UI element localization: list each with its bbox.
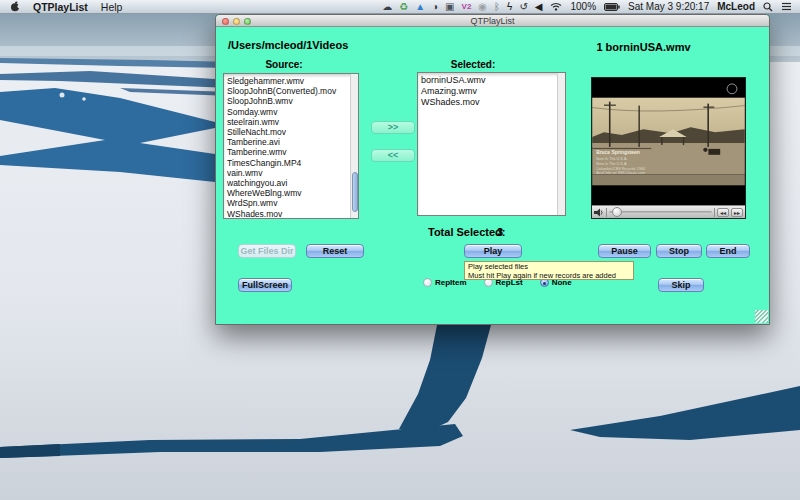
v2-icon[interactable]: V2 (462, 1, 472, 13)
source-list-item[interactable]: TimesChangin.MP4 (227, 158, 358, 168)
fullscreen-button[interactable]: FullScreen (238, 278, 292, 292)
reset-button[interactable]: Reset (306, 244, 364, 258)
source-list-item[interactable]: SloopJohnB.wmv (227, 96, 358, 106)
selected-list-item[interactable]: borninUSA.wmv (421, 75, 565, 86)
controller-divider (606, 208, 607, 217)
video-frame: Bruce Springsteen Born In The U.S.A. Bor… (592, 78, 745, 205)
now-playing-label: 1 borninUSA.wmv (546, 41, 741, 53)
get-files-dir-button[interactable]: Get Files Dir (238, 244, 296, 258)
notification-center-icon[interactable] (781, 2, 792, 11)
status-icons: ☁♻▲◑▣V2◉ᛒϟ↺◀ (382, 1, 542, 13)
clock-circle-icon[interactable]: ◑ (432, 1, 438, 13)
video-overlay-label: Columbia/CBS Records 1984 (596, 167, 645, 171)
menu-clock[interactable]: Sat May 3 9:20:17 (628, 1, 709, 12)
source-scrollbar[interactable] (350, 74, 358, 218)
time-machine-icon[interactable]: ↺ (519, 1, 527, 13)
selected-list-label: Selected: (417, 59, 529, 70)
source-list-item[interactable]: Tamberine.wmv (227, 147, 358, 157)
window-title: QTPlayList (216, 16, 769, 26)
end-button[interactable]: End (706, 244, 750, 258)
cloud-icon[interactable]: ☁ (382, 1, 392, 13)
source-scroll-thumb[interactable] (352, 172, 358, 212)
spotlight-icon[interactable] (763, 2, 773, 12)
pause-button[interactable]: Pause (598, 244, 651, 258)
video-overlay-url: Avail Info on VH1Classic.com (596, 171, 645, 175)
wifi-icon[interactable] (550, 2, 562, 11)
selected-list-item[interactable]: WShades.mov (421, 97, 565, 108)
source-list-item[interactable]: steelrain.wmv (227, 117, 358, 127)
video-preview[interactable]: Bruce Springsteen Born In The U.S.A. Bor… (591, 77, 746, 219)
qtplaylist-window: QTPlayList /Users/mcleod/1Videos 1 borni… (215, 14, 770, 325)
radio-repitem[interactable]: RepItem (423, 278, 467, 287)
source-list[interactable]: Sledgehammer.wmvSloopJohnB(Converted).mo… (223, 73, 359, 219)
play-tooltip: Play selected files Must hit Play again … (464, 261, 634, 280)
radio-label: RepItem (435, 278, 467, 287)
selected-list[interactable]: borninUSA.wmvAmazing.wmvWShades.mov (417, 72, 566, 216)
source-list-item[interactable]: WShades.mov (227, 209, 358, 219)
selected-list-item[interactable]: Amazing.wmv (421, 86, 565, 97)
source-list-item[interactable]: watchingyou.avi (227, 178, 358, 188)
lightning-icon[interactable]: ϟ (507, 1, 512, 13)
source-list-item[interactable]: Tamberine.avi (227, 137, 358, 147)
windows-icon[interactable]: ▣ (445, 1, 454, 13)
bluetooth-icon[interactable]: ᛒ (494, 1, 500, 13)
volume-icon[interactable] (594, 208, 604, 217)
controller-divider (714, 208, 715, 217)
source-list-item[interactable]: StilleNacht.mov (227, 127, 358, 137)
source-list-item[interactable]: WrdSpn.wmv (227, 198, 358, 208)
triangle-icon[interactable]: ▲ (415, 1, 425, 13)
source-list-item[interactable]: WhereWeBlng.wmv (227, 188, 358, 198)
quicktime-controller[interactable]: ◂◂ ▸▸ (592, 205, 745, 218)
step-forward-button[interactable]: ▸▸ (731, 208, 743, 217)
total-selected-label: Total Selected: (428, 226, 505, 238)
step-back-button[interactable]: ◂◂ (717, 208, 729, 217)
remove-from-selected-button[interactable]: << (371, 149, 415, 162)
video-overlay-title: Born In The U.S.A. (596, 157, 627, 161)
seek-thumb[interactable] (612, 207, 622, 217)
menu-item-help[interactable]: Help (101, 1, 123, 13)
radio-dot[interactable] (423, 278, 432, 287)
skip-button[interactable]: Skip (658, 278, 704, 292)
source-list-item[interactable]: Somday.wmv (227, 107, 358, 117)
menu-bar: QTPlayList Help ☁♻▲◑▣V2◉ᛒϟ↺◀ 100% Sat Ma… (0, 0, 800, 14)
seek-track[interactable] (609, 211, 712, 214)
video-overlay-artist: Bruce Springsteen (596, 150, 640, 155)
sync-icon[interactable]: ♻ (399, 1, 408, 13)
apple-logo-icon[interactable] (10, 1, 20, 12)
bell-icon[interactable]: ◉ (478, 1, 487, 13)
resize-grip-icon[interactable] (755, 310, 768, 323)
source-list-item[interactable]: SloopJohnB(Converted).mov (227, 86, 358, 96)
window-titlebar[interactable]: QTPlayList (216, 15, 769, 27)
add-to-selected-button[interactable]: >> (371, 121, 415, 134)
source-list-label: Source: (223, 59, 345, 70)
stop-button[interactable]: Stop (656, 244, 702, 258)
total-selected-value: 3 (497, 226, 503, 238)
video-overlay-title2: Born In The U.S.A. (596, 162, 627, 166)
play-button[interactable]: Play (464, 244, 522, 258)
source-list-item[interactable]: vain.wmv (227, 168, 358, 178)
selected-scrollbar[interactable] (557, 73, 565, 215)
battery-percent[interactable]: 100% (570, 1, 596, 12)
menu-user[interactable]: McLeod (717, 1, 755, 12)
tooltip-line2: Must hit Play again if new records are a… (468, 272, 630, 281)
source-path-label: /Users/mcleod/1Videos (228, 39, 348, 51)
menu-app-name[interactable]: QTPlayList (33, 1, 88, 13)
volume-icon[interactable]: ◀ (535, 1, 543, 13)
battery-icon[interactable] (604, 3, 620, 11)
source-list-item[interactable]: Sledgehammer.wmv (227, 76, 358, 86)
